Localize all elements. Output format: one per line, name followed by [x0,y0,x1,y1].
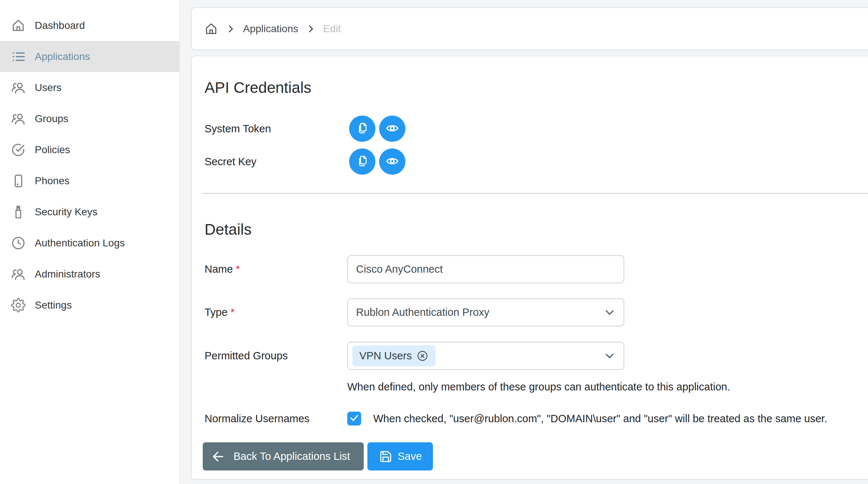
arrow-left-icon [211,449,225,464]
breadcrumb-current-edit: Edit [323,23,341,35]
name-label: Name* [205,263,347,275]
chevron-down-icon [603,306,616,319]
sidebar-item-label: Applications [35,51,90,63]
chevron-right-icon [226,24,235,34]
sidebar-item-security-keys[interactable]: Security Keys [0,196,179,227]
normalize-usernames-description: When checked, "user@rublon.com", "DOMAIN… [373,413,827,425]
sidebar-item-authentication-logs[interactable]: Authentication Logs [0,227,179,258]
sidebar-item-label: Security Keys [35,206,97,218]
sidebar-item-label: Groups [35,113,68,125]
breadcrumb: Applications Edit [191,7,868,50]
show-secret-key-button[interactable] [379,148,405,175]
sidebar-item-label: Settings [35,299,72,311]
copy-system-token-button[interactable] [349,116,375,142]
chevron-down-icon [603,349,616,363]
save-icon [379,450,392,463]
sidebar-item-label: Policies [35,144,70,156]
sidebar-item-label: Administrators [35,268,100,280]
sidebar-item-administrators[interactable]: Administrators [0,258,179,290]
gear-icon [11,298,26,313]
smartphone-icon [11,174,26,188]
home-icon[interactable] [204,22,218,36]
form-actions: Back To Applications List Save [203,442,868,470]
sidebar-item-settings[interactable]: Settings [0,290,179,321]
permitted-groups-select[interactable]: VPN Users [347,342,624,370]
required-asterisk: * [231,306,235,318]
chevron-right-icon [306,24,315,34]
users-icon [11,267,26,281]
save-button-label: Save [398,450,422,462]
copy-icon [355,154,369,169]
eye-icon [385,154,399,169]
permitted-groups-field-row: Permitted Groups VPN Users [205,342,868,370]
main-card: API Credentials System Token Secret Key … [191,56,868,480]
group-tag-label: VPN Users [359,350,412,362]
type-select[interactable]: Rublon Authentication Proxy [347,298,624,326]
users-icon [11,80,26,95]
back-to-applications-button[interactable]: Back To Applications List [203,442,364,470]
copy-icon [355,121,369,136]
group-tag: VPN Users [352,345,435,366]
type-field-row: Type* Rublon Authentication Proxy [205,298,868,326]
breadcrumb-link-applications[interactable]: Applications [243,23,298,35]
type-select-value: Rublon Authentication Proxy [356,306,603,318]
sidebar-item-groups[interactable]: Groups [0,103,179,134]
sidebar-item-label: Authentication Logs [35,237,125,249]
section-title-details: Details [205,221,868,238]
sidebar: Dashboard Applications Users Groups Poli… [0,0,180,484]
secret-key-row: Secret Key [205,148,868,175]
eye-icon [385,121,399,136]
section-divider [203,193,868,194]
sidebar-item-users[interactable]: Users [0,72,179,103]
home-icon [11,18,26,33]
normalize-usernames-checkbox[interactable] [347,412,361,426]
sidebar-item-phones[interactable]: Phones [0,165,179,196]
permitted-groups-label: Permitted Groups [205,350,347,362]
usb-key-icon [11,205,26,219]
sidebar-item-label: Dashboard [35,20,85,31]
name-field-row: Name* [205,255,868,283]
sidebar-item-applications[interactable]: Applications [0,41,179,72]
secret-key-label: Secret Key [205,156,349,168]
section-title-api-credentials: API Credentials [205,79,868,97]
users-icon [11,111,26,126]
system-token-label: System Token [205,123,349,135]
name-input[interactable] [347,255,624,283]
check-icon [349,412,360,425]
normalize-usernames-label: Normalize Usernames [205,413,347,425]
type-label: Type* [205,306,347,318]
system-token-row: System Token [205,116,868,142]
required-asterisk: * [236,263,240,275]
sidebar-item-dashboard[interactable]: Dashboard [0,10,179,41]
remove-tag-icon[interactable] [416,350,429,362]
sidebar-item-policies[interactable]: Policies [0,134,179,165]
list-icon [11,49,26,64]
permitted-groups-helper: When defined, only members of these grou… [347,380,868,393]
copy-secret-key-button[interactable] [349,148,375,175]
check-circle-icon [11,143,26,157]
sidebar-item-label: Users [35,82,61,94]
clock-icon [11,236,26,250]
show-system-token-button[interactable] [379,116,405,142]
back-button-label: Back To Applications List [233,450,350,462]
normalize-usernames-row: Normalize Usernames When checked, "user@… [205,412,868,426]
sidebar-item-label: Phones [35,175,70,187]
save-button[interactable]: Save [367,442,433,470]
